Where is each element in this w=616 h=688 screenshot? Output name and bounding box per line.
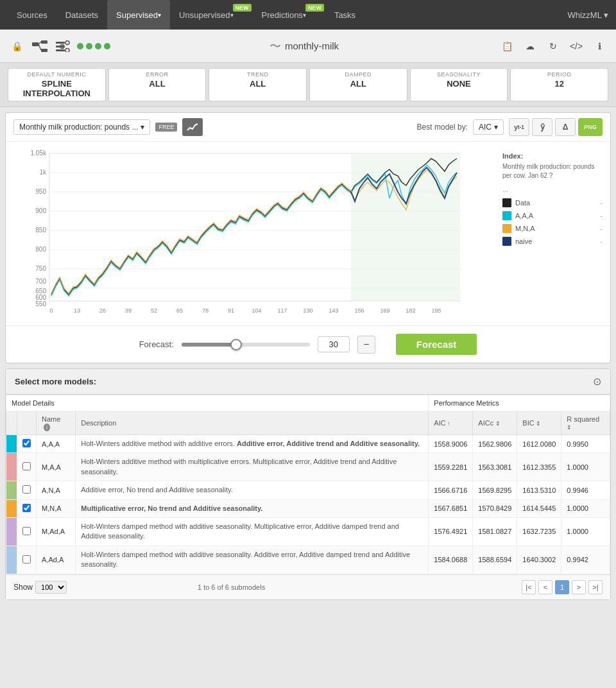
show-select[interactable]: Show 100 50 25 — [13, 581, 67, 594]
lock-icon[interactable]: 🔒 — [8, 37, 26, 55]
nav-item-supervised[interactable]: Supervised — [107, 0, 170, 30]
svg-point-10 — [65, 48, 69, 52]
svg-rect-7 — [56, 49, 65, 51]
nav-item-tasks[interactable]: Tasks — [325, 0, 364, 30]
user-menu[interactable]: WhizzML ▾ — [567, 10, 608, 20]
forecast-value[interactable]: 30 — [318, 336, 350, 352]
svg-text:130: 130 — [303, 307, 312, 314]
col-aic[interactable]: AIC — [429, 411, 473, 435]
nav-item-sources[interactable]: Sources — [8, 0, 56, 30]
row-color-swatch — [6, 453, 17, 481]
model-aicc: 1581.0827 — [473, 517, 517, 546]
series-selector[interactable]: Monthly milk production: pounds ... ▾ — [13, 119, 150, 135]
code-icon[interactable]: </> — [567, 37, 585, 55]
last-page-btn[interactable]: >| — [588, 580, 603, 594]
svg-text:1k: 1k — [39, 169, 47, 176]
col-bic[interactable]: BIC — [517, 411, 561, 435]
model-name: A,A,A — [37, 435, 76, 453]
svg-point-8 — [65, 40, 69, 44]
model-description: Multiplicative error, No trend and Addit… — [76, 499, 429, 517]
model-description: Additive error, No trend and Additive se… — [76, 481, 429, 499]
svg-text:550: 550 — [35, 300, 46, 307]
svg-text:195: 195 — [431, 307, 441, 314]
chart-section: Monthly milk production: pounds ... ▾ FR… — [5, 112, 611, 363]
navbar: Sources Datasets Supervised NEW Unsuperv… — [0, 0, 616, 30]
col-rsquared[interactable]: R squared — [561, 411, 610, 435]
legend-item-naive: naive - — [502, 237, 603, 246]
filter-seasonality[interactable]: SEASONALITY NONE — [410, 68, 508, 101]
model-checkbox[interactable] — [22, 527, 31, 535]
model-aic: 1576.4921 — [429, 517, 473, 546]
refresh-icon[interactable]: ↻ — [544, 37, 562, 55]
config-icon[interactable] — [54, 37, 72, 55]
svg-text:104: 104 — [252, 307, 261, 314]
upload-icon[interactable]: ☁ — [521, 37, 539, 55]
model-rsquared: 0.9942 — [561, 546, 610, 574]
model-checkbox[interactable] — [22, 504, 31, 512]
delta-btn[interactable]: Δ — [555, 118, 576, 136]
nav-item-predictions[interactable]: NEW Predictions — [253, 0, 325, 30]
model-bic: 1613.5310 — [517, 481, 561, 499]
row-color-swatch — [6, 517, 17, 546]
models-collapse-btn[interactable]: ⊙ — [593, 375, 601, 388]
ybar-btn[interactable]: ȳ — [532, 118, 552, 136]
model-checkbox[interactable] — [22, 555, 31, 563]
col-aicc[interactable]: AICc — [473, 411, 517, 435]
filter-period[interactable]: PERIOD 12 — [510, 68, 608, 101]
filter-trend[interactable]: TREND ALL — [209, 68, 307, 101]
nav-item-datasets[interactable]: Datasets — [56, 0, 107, 30]
filter-damped[interactable]: DAMPED ALL — [309, 68, 407, 101]
table-row: M,N,AMultiplicative error, No trend and … — [6, 499, 610, 517]
toolbar: 🔒 〜 monthly-milk 📋 ☁ ↻ </> ℹ — [0, 30, 616, 63]
show-dropdown[interactable]: 100 50 25 — [35, 581, 67, 594]
status-dots — [77, 43, 110, 49]
svg-text:750: 750 — [35, 265, 46, 272]
model-bic: 1612.0080 — [517, 435, 561, 453]
model-bic: 1632.7235 — [517, 517, 561, 546]
model-name: M,A,A — [37, 453, 76, 481]
prev-page-btn[interactable]: < — [538, 580, 552, 594]
next-page-btn[interactable]: > — [572, 580, 586, 594]
structure-icon[interactable] — [31, 37, 49, 55]
filter-error[interactable]: ERROR ALL — [108, 68, 207, 101]
filter-bar: DEFAULT NUMERIC SPLINE INTERPOLATION ERR… — [0, 63, 616, 107]
chart-action-btns: yt-1 ȳ Δ PNG — [509, 118, 603, 136]
copy-icon[interactable]: 📋 — [498, 37, 516, 55]
model-checkbox[interactable] — [22, 462, 31, 470]
model-checkbox[interactable] — [22, 485, 31, 494]
first-page-btn[interactable]: |< — [522, 580, 536, 594]
free-badge: FREE — [155, 123, 177, 132]
svg-line-3 — [38, 42, 41, 44]
info-icon[interactable]: ℹ — [590, 37, 608, 55]
col-color — [6, 411, 17, 435]
forecast-slider[interactable] — [182, 343, 310, 347]
svg-text:156: 156 — [354, 307, 364, 314]
models-header: Select more models: ⊙ — [6, 369, 610, 395]
png-btn[interactable]: PNG — [578, 118, 603, 136]
nav-badge-predictions: NEW — [305, 4, 324, 12]
svg-rect-2 — [41, 49, 47, 52]
forecast-decrement-btn[interactable]: − — [357, 336, 375, 354]
row-color-swatch — [6, 481, 17, 499]
model-rsquared: 0.9950 — [561, 435, 610, 453]
page-1-btn[interactable]: 1 — [555, 580, 569, 594]
pagination: |< < 1 > >| — [522, 580, 603, 594]
row-color-swatch — [6, 546, 17, 574]
svg-text:182: 182 — [406, 307, 415, 314]
time-series-chart[interactable]: 1.05k 1k 950 900 850 800 750 700 650 600… — [11, 147, 473, 320]
yt1-btn[interactable]: yt-1 — [509, 118, 529, 136]
svg-text:850: 850 — [35, 227, 46, 234]
col-name: Name i — [37, 411, 76, 435]
chart-legend: Index: Monthly milk production: pounds p… — [495, 147, 610, 320]
nav-item-unsupervised[interactable]: NEW Unsupervised — [170, 0, 253, 30]
best-model-select[interactable]: AIC ▾ — [473, 119, 504, 135]
filter-numeric[interactable]: DEFAULT NUMERIC SPLINE INTERPOLATION — [8, 68, 106, 101]
model-checkbox[interactable] — [22, 439, 31, 447]
chart-type-btn[interactable] — [182, 118, 203, 136]
model-aic: 1566.6716 — [429, 481, 473, 499]
forecast-button[interactable]: Forecast — [396, 334, 477, 355]
chart-svg-container: 1.05k 1k 950 900 850 800 750 700 650 600… — [6, 147, 495, 320]
svg-text:117: 117 — [277, 307, 287, 314]
svg-line-4 — [38, 44, 41, 50]
legend-item-data: Data - — [502, 198, 603, 207]
